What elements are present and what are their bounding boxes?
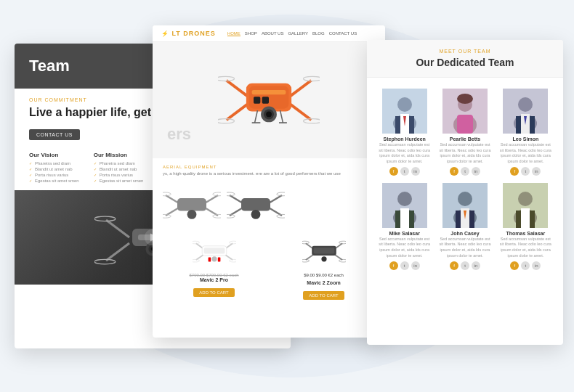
member-photo-3 [503, 89, 548, 134]
member-3-social: f t in [499, 167, 552, 176]
svg-rect-21 [252, 90, 286, 94]
social-icon-tw-1[interactable]: t [400, 167, 409, 176]
svg-line-0 [106, 220, 129, 237]
team-title: Our Dedicated Team [376, 57, 554, 68]
team-member-4: Mike Salasar Sed accumsan vulputate est … [374, 179, 434, 274]
social-icon-fb-5[interactable]: f [450, 261, 458, 270]
products-row: $700.00 $700.00 €2 each Mavic 2 Pro ADD … [153, 225, 385, 304]
svg-line-16 [288, 81, 311, 97]
svg-rect-103 [400, 208, 409, 228]
card-shop-website: ⚡ LT DRONES HOME SHOP ABOUT US GALLERY B… [153, 25, 385, 338]
social-icon-fb-4[interactable]: f [389, 261, 398, 270]
social-icon-li-2[interactable]: in [472, 167, 480, 176]
contact-us-button[interactable]: CONTACT US [29, 129, 80, 140]
member-4-desc: Sed accumsan vulputate est sit liberta. … [378, 237, 431, 259]
product-img-2 [272, 229, 375, 273]
svg-point-80 [397, 97, 412, 112]
social-icon-li-5[interactable]: in [472, 261, 480, 270]
svg-point-27 [218, 76, 235, 81]
nav-about[interactable]: ABOUT US [262, 31, 284, 36]
member-3-portrait [503, 89, 548, 134]
social-icon-tw-3[interactable]: t [521, 167, 530, 176]
nav-shop[interactable]: SHOP [245, 31, 257, 36]
social-icon-li-3[interactable]: in [532, 167, 541, 176]
mission-item-1: Pharetra sed diam [94, 161, 144, 166]
svg-point-105 [458, 192, 472, 206]
social-icon-fb-3[interactable]: f [510, 167, 519, 176]
svg-point-50 [251, 210, 261, 219]
team-member-6: Thomas Salasar Sed accumsan vulputate es… [496, 179, 556, 274]
member-1-name: Stephon Hurdeen [378, 136, 431, 142]
svg-point-26 [266, 112, 272, 118]
social-icon-fb-2[interactable]: f [450, 167, 458, 176]
member-photo-6 [503, 183, 548, 228]
svg-point-28 [303, 76, 320, 81]
svg-line-18 [288, 103, 311, 120]
svg-rect-90 [457, 115, 473, 134]
team-subtitle: MEET OUR TEAM [376, 49, 554, 54]
member-6-desc: Sed accumsan vulputate est sit liberta. … [499, 237, 552, 259]
team-member-5: John Casey Sed accumsan vulputate est si… [434, 179, 495, 274]
social-icon-tw-2[interactable]: t [461, 167, 469, 176]
small-drone-svg-1 [163, 186, 221, 222]
nav-gallery[interactable]: GALLERY [288, 31, 308, 36]
social-icon-fb-1[interactable]: f [389, 167, 398, 176]
nav-blog[interactable]: BLOG [312, 31, 325, 36]
vision-item-4: Egestas sit amet smen [29, 179, 79, 183]
product-1-name: Mavic 2 Pro [163, 277, 265, 282]
svg-line-32 [280, 110, 283, 123]
svg-line-31 [255, 110, 258, 123]
member-5-name: John Casey [438, 231, 491, 236]
vision-item-1: Pharetra sed diam [29, 161, 79, 166]
product-drone-white [193, 237, 236, 266]
shop-logo: ⚡ LT DRONES [161, 30, 216, 37]
product-drone-dark [302, 237, 346, 266]
member-2-social: f t in [438, 167, 491, 176]
product-mavic-pro: $700.00 $700.00 €2 each Mavic 2 Pro ADD … [163, 229, 265, 300]
member-2-portrait [442, 89, 488, 134]
vision-item-2: Blandit ut amet nab [29, 167, 79, 171]
vision-title: Our Vision [29, 152, 79, 158]
main-header-title: Team [29, 57, 70, 75]
nav-items-list: HOME SHOP ABOUT US GALLERY BLOG CONTACT … [227, 31, 357, 36]
social-icon-fb-6[interactable]: f [510, 261, 519, 270]
social-icon-li-4[interactable]: in [411, 261, 420, 270]
product-2-price-new: $9.00 $9.00 €2 each [272, 273, 375, 277]
mission-item-2: Blandit ut amet nab [94, 167, 144, 171]
aerial-label: AERIAL EQUIPMENT [163, 164, 375, 171]
social-icon-tw-5[interactable]: t [461, 261, 469, 270]
member-1-portrait [382, 89, 427, 134]
social-icon-li-1[interactable]: in [411, 167, 420, 176]
svg-point-99 [397, 192, 412, 206]
social-icon-tw-4[interactable]: t [400, 261, 409, 270]
member-3-desc: Sed accumsan vulputate est sit liberta. … [499, 142, 552, 165]
svg-rect-116 [521, 208, 530, 228]
svg-point-89 [457, 94, 473, 104]
vision-item-3: Porta risus varius [29, 173, 79, 177]
add-to-cart-2[interactable]: ADD TO CART [303, 291, 344, 300]
social-icon-li-6[interactable]: in [532, 261, 541, 270]
svg-rect-67 [217, 257, 220, 261]
member-2-desc: Sed accumsan vulputate est sit liberta. … [438, 142, 491, 165]
mission-item-4: Egestas sit amet smen [94, 179, 144, 183]
svg-point-40 [187, 210, 197, 219]
svg-line-2 [106, 243, 129, 261]
nav-home[interactable]: HOME [227, 31, 240, 36]
orange-drone-svg [218, 64, 320, 136]
mission-column: Our Mission Pharetra sed diam Blandit ut… [94, 152, 144, 184]
svg-rect-60 [203, 248, 225, 253]
add-to-cart-1[interactable]: ADD TO CART [193, 288, 234, 297]
nav-contact[interactable]: CONTACT US [329, 31, 357, 36]
social-icon-tw-6[interactable]: t [521, 261, 530, 270]
member-photo-2 [442, 89, 488, 134]
member-5-portrait [442, 183, 488, 228]
svg-rect-22 [254, 97, 260, 103]
member-6-name: Thomas Salasar [499, 231, 552, 236]
svg-point-92 [518, 97, 533, 112]
member-3-name: Leo Simon [499, 136, 552, 142]
card-team-website: MEET OUR TEAM Our Dedicated Team [367, 40, 563, 345]
vision-list: Pharetra sed diam Blandit ut amet nab Po… [29, 161, 79, 183]
svg-rect-73 [313, 248, 334, 253]
member-5-social: f t in [438, 261, 491, 270]
mission-item-3: Porta risus varius [94, 173, 144, 177]
